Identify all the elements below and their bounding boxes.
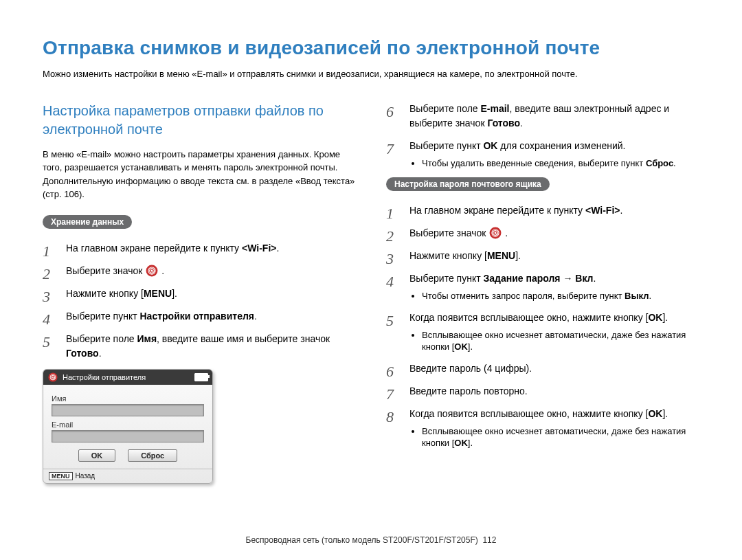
text-bold: <Wi-Fi>: [242, 243, 276, 254]
text: .: [276, 243, 279, 254]
device-body: Имя E-mail OK Сброс: [43, 385, 212, 469]
text: ].: [172, 288, 177, 299]
device-screenshot: Настройки отправителя Имя E-mail OK Сбро…: [43, 369, 213, 484]
battery-icon: [194, 373, 208, 381]
text-bold: Готово: [66, 348, 99, 359]
text: .: [620, 205, 622, 216]
ok-key: OK: [648, 408, 662, 419]
text-bold: E-mail: [481, 103, 510, 114]
text: .: [673, 158, 676, 168]
text: .: [254, 311, 257, 322]
text: Выберите значок: [66, 265, 145, 276]
right-column: Выберите поле E-mail, введите ваш электр…: [386, 102, 699, 484]
text-bold: Готово: [487, 117, 520, 128]
text-bold: OK: [483, 140, 497, 151]
left-step-4: Выберите пункт Настройки отправителя.: [43, 309, 356, 324]
left-column: Настройка параметров отправки файлов по …: [43, 102, 356, 484]
device-title: Настройки отправителя: [63, 373, 146, 381]
text-bold: <Wi-Fi>: [585, 205, 620, 216]
section-heading-left: Настройка параметров отправки файлов по …: [43, 102, 356, 139]
r-step-6: Введите пароль (4 цифры).: [386, 361, 699, 376]
device-field-email[interactable]: [52, 430, 204, 443]
device-menu-chip: MENU: [49, 472, 73, 480]
text: .: [649, 291, 652, 301]
r-step-3: Нажмите кнопку [MENU].: [386, 249, 699, 263]
r-step-8: Когда появится всплывающее окно, нажмите…: [386, 407, 699, 449]
text: ].: [468, 438, 473, 448]
text: Выберите пункт: [409, 273, 483, 284]
text-bold: Настройки отправителя: [139, 311, 254, 322]
text: .: [99, 348, 102, 359]
text: Чтобы отменить запрос пароля, выберите п…: [422, 291, 625, 301]
text-bold: Задание пароля: [483, 273, 560, 284]
device-back-label: Назад: [76, 472, 95, 480]
pill-password: Настройка пароля почтового ящика: [386, 177, 550, 191]
right-steps: На главном экране перейдите к пункту <Wi…: [386, 203, 699, 449]
ok-key: OK: [454, 438, 468, 448]
device-ok-button[interactable]: OK: [78, 449, 116, 462]
menu-key: MENU: [487, 250, 515, 261]
text-bold: Выкл: [625, 291, 649, 301]
text-bold: Вкл: [575, 273, 593, 284]
text: →: [561, 273, 576, 284]
r-step-8-bullet: Всплывающее окно исчезнет автоматически,…: [422, 425, 699, 449]
device-reset-button[interactable]: Сброс: [128, 449, 177, 462]
email-icon: [146, 265, 158, 277]
text: ].: [662, 408, 668, 419]
email-icon: [489, 227, 502, 239]
device-label-email: E-mail: [52, 421, 204, 429]
page-footer: Беспроводная сеть (только модель ST200F/…: [0, 535, 742, 545]
text: ].: [662, 312, 668, 323]
footer-page-number: 112: [482, 535, 496, 545]
text: ].: [515, 250, 521, 261]
r-step-5: Когда появится всплывающее окно, нажмите…: [386, 311, 699, 353]
right-step-7: Выберите пункт OK для сохранения изменен…: [386, 139, 699, 170]
device-field-name[interactable]: [52, 404, 204, 416]
text: Выберите поле: [409, 103, 481, 114]
email-icon: [48, 372, 58, 382]
text: Когда появится всплывающее окно, нажмите…: [409, 408, 648, 419]
page-title: Отправка снимков и видеозаписей по элект…: [43, 37, 699, 59]
menu-key: MENU: [144, 288, 172, 299]
intro-text: Можно изменить настройки в меню «E-mail»…: [43, 67, 699, 81]
text-bold: Имя: [137, 333, 157, 344]
left-step-5: Выберите поле Имя, введите ваше имя и вы…: [43, 332, 356, 361]
left-paragraph: В меню «E-mail» можно настроить параметр…: [43, 148, 356, 201]
text: На главном экране перейдите к пункту: [409, 205, 585, 216]
right-pre-steps: Выберите поле E-mail, введите ваш электр…: [386, 102, 699, 170]
ok-key: OK: [648, 312, 662, 323]
r-step-1: На главном экране перейдите к пункту <Wi…: [386, 203, 699, 218]
text: Выберите пункт: [66, 311, 139, 322]
text: .: [520, 117, 523, 128]
text-bold: Сброс: [646, 158, 673, 168]
r-step-4-bullet: Чтобы отменить запрос пароля, выберите п…: [422, 290, 699, 302]
left-step-3: Нажмите кнопку [MENU].: [43, 287, 356, 301]
text: .: [593, 273, 596, 284]
left-steps: На главном экране перейдите к пункту <Wi…: [43, 241, 356, 361]
text: Выберите значок: [409, 227, 488, 238]
r-step-2: Выберите значок .: [386, 226, 699, 240]
r-step-5-bullet: Всплывающее окно исчезнет автоматически,…: [422, 329, 699, 353]
text: Выберите поле: [66, 333, 137, 344]
text: Нажмите кнопку [: [409, 250, 487, 261]
device-topbar: Настройки отправителя: [43, 370, 212, 385]
left-step-1: На главном экране перейдите к пункту <Wi…: [43, 241, 356, 256]
device-label-name: Имя: [52, 394, 204, 403]
left-step-2: Выберите значок .: [43, 264, 356, 278]
text: Нажмите кнопку [: [66, 288, 144, 299]
r-step-7: Введите пароль повторно.: [386, 384, 699, 399]
r-step-4: Выберите пункт Задание пароля → Вкл. Что…: [386, 271, 699, 302]
ok-key: OK: [454, 341, 468, 352]
right-step-6: Выберите поле E-mail, введите ваш электр…: [386, 102, 699, 131]
text: для сохранения изменений.: [497, 140, 625, 151]
text: Выберите пункт: [409, 140, 483, 151]
text: На главном экране перейдите к пункту: [66, 243, 242, 254]
right-step-7-bullet: Чтобы удалить введенные сведения, выбери…: [422, 157, 699, 170]
text: ].: [468, 341, 473, 352]
footer-text: Беспроводная сеть (только модель ST200F/…: [246, 535, 478, 545]
text: , введите ваше имя и выберите значок: [157, 333, 330, 344]
text: Когда появится всплывающее окно, нажмите…: [409, 312, 648, 323]
text: Чтобы удалить введенные сведения, выбери…: [422, 158, 646, 168]
pill-storage: Хранение данных: [43, 215, 132, 229]
device-footer: MENU Назад: [43, 469, 212, 483]
